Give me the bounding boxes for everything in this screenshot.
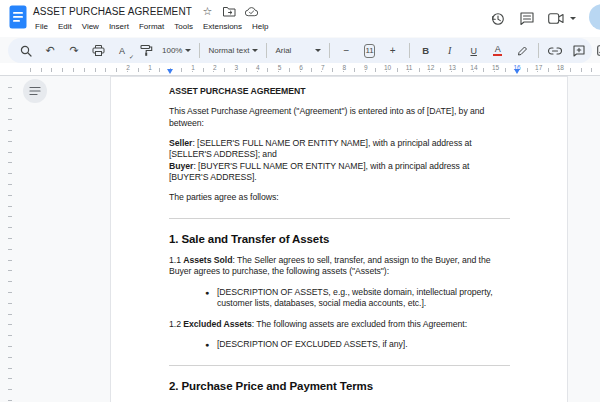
redo-button[interactable]: ↷	[66, 43, 82, 58]
right-indent-marker[interactable]	[514, 69, 520, 74]
google-docs-window: ASSET PURCHASE AGREEMENT ☆ FileEditViewI…	[0, 0, 600, 402]
doc-heading: 1. Sale and Transfer of Assets	[169, 233, 510, 246]
ruler-number: 1	[147, 64, 153, 71]
menu-help[interactable]: Help	[247, 20, 273, 33]
menu-tools[interactable]: Tools	[169, 20, 198, 33]
doc-paragraph: 1.1 Assets Sold: The Seller agrees to se…	[169, 255, 510, 278]
doc-paragraph: This Asset Purchase Agreement ("Agreemen…	[169, 106, 510, 129]
document-content: ASSET PURCHASE AGREEMENTThis Asset Purch…	[169, 86, 510, 402]
toolbar-divider	[266, 43, 267, 58]
italic-button[interactable]: I	[442, 43, 458, 58]
ruler-number: 7	[320, 64, 326, 71]
font-select[interactable]: Arial	[275, 46, 321, 55]
menu-view[interactable]: View	[77, 20, 104, 33]
undo-button[interactable]: ↶	[42, 43, 58, 58]
move-folder-icon[interactable]	[223, 5, 236, 18]
version-history-icon[interactable]	[490, 11, 506, 27]
ruler-number: 3	[233, 64, 239, 71]
ruler-number: 13	[448, 64, 457, 71]
star-icon[interactable]: ☆	[201, 5, 214, 18]
ruler-number: 5	[277, 64, 283, 71]
bullet-dot: ●	[205, 339, 217, 351]
ruler-number: 4	[255, 64, 261, 71]
text-color-swatch	[493, 54, 502, 56]
doc-paragraph: Seller: [SELLER'S FULL NAME OR ENTITY NA…	[169, 138, 510, 184]
document-title[interactable]: ASSET PURCHASE AGREEMENT	[33, 6, 192, 17]
ruler-number: 11	[405, 64, 414, 71]
bullet-dot: ●	[205, 287, 217, 310]
ruler-number: 8	[341, 64, 347, 71]
insert-image-button[interactable]	[595, 43, 600, 58]
doc-title: ASSET PURCHASE AGREEMENT	[169, 86, 510, 98]
doc-bullet-item: ●[DESCRIPTION OF ASSETS, e.g., website d…	[169, 287, 510, 310]
ruler-number: 9	[363, 64, 369, 71]
toolbar-divider	[199, 43, 200, 58]
print-button[interactable]	[90, 43, 106, 58]
ruler-number: 15	[491, 64, 500, 71]
comments-icon[interactable]	[519, 11, 535, 27]
meet-camera-caret-icon	[570, 17, 576, 20]
list-icon	[29, 86, 41, 96]
left-indent-marker[interactable]	[167, 69, 173, 74]
cloud-saved-icon[interactable]	[245, 5, 258, 18]
toolbar-divider	[538, 43, 539, 58]
horizontal-rule	[169, 218, 510, 219]
ruler-number: 2	[212, 64, 218, 71]
document-tabs-button[interactable]	[23, 79, 47, 103]
menu-edit[interactable]: Edit	[53, 20, 77, 33]
horizontal-ruler[interactable]: 21123456789101112131415161718	[0, 63, 600, 76]
chevron-down-icon	[315, 49, 321, 52]
toolbar-divider	[329, 43, 330, 58]
horizontal-rule	[169, 365, 510, 366]
vertical-ruler	[8, 77, 12, 402]
meet-camera-button[interactable]	[548, 13, 576, 24]
styles-select[interactable]: Normal text	[208, 46, 258, 55]
ruler-number: 14	[469, 64, 478, 71]
document-page[interactable]: ASSET PURCHASE AGREEMENTThis Asset Purch…	[110, 76, 568, 402]
header: ASSET PURCHASE AGREEMENT ☆ FileEditViewI…	[0, 0, 600, 37]
menu-file[interactable]: File	[30, 20, 53, 33]
doc-paragraph: The parties agree as follows:	[169, 192, 510, 204]
increase-font-size-button[interactable]: +	[385, 43, 401, 58]
ruler-number: 12	[426, 64, 435, 71]
paint-format-button[interactable]	[138, 43, 154, 58]
text-color-button[interactable]: A	[490, 43, 506, 58]
ruler-ticks	[20, 68, 592, 72]
ruler-number: 2	[125, 64, 131, 71]
decrease-font-size-button[interactable]: −	[338, 43, 354, 58]
add-comment-button[interactable]	[571, 43, 587, 58]
doc-bullet-item: ●[DESCRIPTION OF EXCLUDED ASSETS, if any…	[169, 339, 510, 351]
menu-extensions[interactable]: Extensions	[198, 20, 247, 33]
menu-insert[interactable]: Insert	[104, 20, 134, 33]
spelling-check-button[interactable]: A✓	[114, 43, 130, 58]
menu-bar: FileEditViewInsertFormatToolsExtensionsH…	[30, 20, 274, 33]
toolbar-divider	[409, 43, 410, 58]
bold-button[interactable]: B	[418, 43, 434, 58]
ruler-number: 6	[298, 64, 304, 71]
chevron-down-icon	[252, 49, 258, 52]
ruler-number: 1	[190, 64, 196, 71]
search-icon[interactable]	[18, 43, 34, 58]
underline-button[interactable]: U	[466, 43, 482, 58]
docs-logo-icon[interactable]	[9, 5, 27, 29]
menu-format[interactable]: Format	[134, 20, 169, 33]
doc-heading: 2. Purchase Price and Payment Terms	[169, 380, 510, 393]
ruler-number: 10	[383, 64, 392, 71]
zoom-select[interactable]: 100%	[162, 46, 191, 55]
ruler-number: 18	[556, 64, 565, 71]
chevron-down-icon	[185, 49, 191, 52]
account-avatar[interactable]	[589, 4, 600, 30]
toolbar: ↶ ↷ A✓ 100% Normal text A	[8, 38, 592, 63]
font-size-input[interactable]: 11	[364, 44, 374, 58]
doc-paragraph: 1.2 Excluded Assets: The following asset…	[169, 319, 510, 331]
highlight-color-button[interactable]	[514, 43, 530, 58]
insert-link-button[interactable]	[547, 43, 563, 58]
ruler-number: 17	[534, 64, 543, 71]
